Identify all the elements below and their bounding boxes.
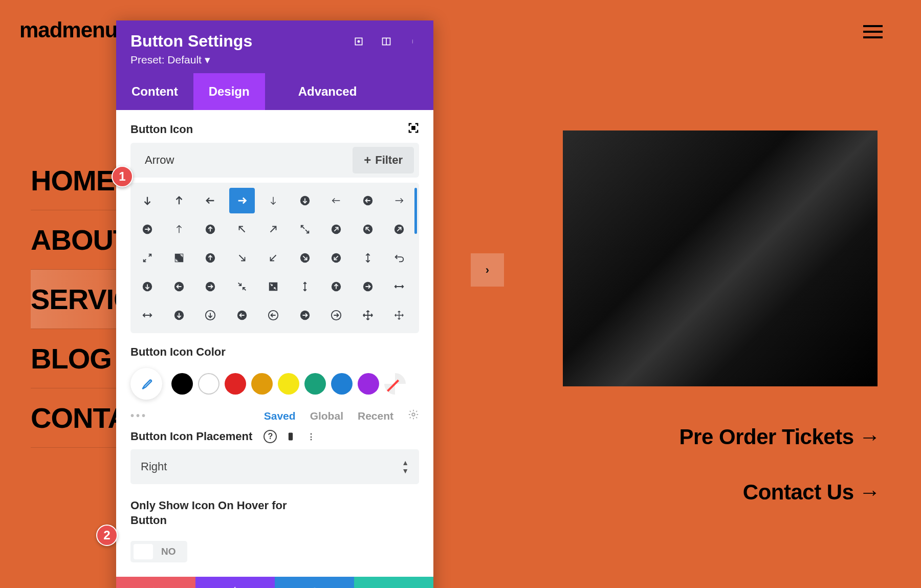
icon-arrow-up-thin[interactable] — [166, 216, 192, 242]
color-swatch-3[interactable] — [251, 373, 273, 395]
icon-arrow-down-circle-3[interactable] — [166, 302, 192, 328]
icon-arrow-right-circle-4[interactable] — [292, 302, 318, 328]
expand-icon[interactable] — [354, 36, 364, 47]
eyedropper-button[interactable] — [130, 368, 162, 400]
icon-arrow-right-circle-outline[interactable] — [323, 302, 349, 328]
svg-rect-7 — [412, 126, 415, 129]
color-tab-saved[interactable]: Saved — [264, 410, 296, 422]
icon-arrow-left-circle-2[interactable] — [166, 274, 192, 299]
icon-arrow-sw-circle[interactable] — [323, 245, 349, 271]
svg-point-31 — [412, 413, 415, 416]
save-button[interactable]: ✔ — [354, 577, 433, 588]
hover-toggle[interactable]: NO — [130, 541, 187, 562]
icon-arrows-expand[interactable] — [292, 216, 318, 242]
arrow-right-icon: → — [859, 480, 881, 505]
color-tab-recent[interactable]: Recent — [358, 410, 393, 422]
icon-undo[interactable] — [386, 245, 412, 271]
tab-design[interactable]: Design — [193, 73, 265, 110]
logo: madmenu — [19, 18, 117, 42]
icon-arrow-nw[interactable] — [229, 216, 255, 242]
icon-arrow-down-circle-2[interactable] — [135, 274, 160, 299]
cta-pre-order[interactable]: Pre Order Tickets→ — [679, 425, 880, 449]
icon-arrow-left-circle[interactable] — [355, 188, 381, 213]
icon-expand-square[interactable] — [166, 245, 192, 271]
icon-arrow-se[interactable] — [229, 245, 255, 271]
color-swatch-1[interactable] — [198, 373, 220, 395]
icon-move[interactable] — [355, 302, 381, 328]
color-tab-global[interactable]: Global — [310, 410, 343, 422]
annotation-badge-1: 1 — [112, 166, 133, 187]
tab-advanced[interactable]: Advanced — [283, 73, 372, 110]
icon-compress[interactable] — [229, 274, 255, 299]
icon-arrow-right-selected[interactable] — [229, 188, 255, 213]
panel-tabs: Content Design Advanced — [116, 73, 433, 110]
icon-move-outline[interactable] — [386, 302, 412, 328]
help-icon[interactable]: ? — [264, 430, 277, 443]
cta-pre-order-label: Pre Order Tickets — [679, 425, 854, 449]
icon-arrow-left[interactable] — [198, 188, 223, 213]
icon-arrow-up-circle-2[interactable] — [198, 245, 223, 271]
icon-arrow-right-circle[interactable] — [135, 216, 160, 242]
icon-arrow-right-circle-3[interactable] — [355, 274, 381, 299]
icon-arrow-ne[interactable] — [260, 216, 286, 242]
icon-arrow-right-circle-2[interactable] — [198, 274, 223, 299]
icon-arrow-down-thin[interactable] — [260, 188, 286, 213]
icon-search-input[interactable] — [136, 148, 353, 172]
section-button-icon-label: Button Icon — [130, 123, 193, 136]
icon-arrow-nw-circle[interactable] — [355, 216, 381, 242]
icon-arrow-up[interactable] — [166, 188, 192, 213]
color-swatch-4[interactable] — [278, 373, 299, 395]
placement-select[interactable]: Right ▲▼ — [130, 449, 419, 484]
icon-arrow-down-circle[interactable] — [292, 188, 318, 213]
undo-button[interactable] — [195, 577, 275, 588]
more-colors-icon[interactable]: ••• — [130, 410, 147, 422]
more-icon[interactable] — [409, 36, 419, 47]
hover-toggle-label: NO — [153, 546, 184, 557]
hamburger-menu-icon[interactable] — [863, 21, 883, 42]
icon-picker-grid — [130, 183, 419, 333]
icon-arrows-h-2[interactable] — [135, 302, 160, 328]
cta-contact[interactable]: Contact Us→ — [743, 480, 880, 505]
icon-arrow-left-circle-outline[interactable] — [260, 302, 286, 328]
filter-button-label: Filter — [375, 154, 403, 167]
svg-point-5 — [412, 41, 413, 41]
icon-arrows-v-2[interactable] — [292, 274, 318, 299]
color-swatch-2[interactable] — [225, 373, 246, 395]
cta-contact-label: Contact Us — [743, 480, 854, 504]
submenu-arrow-button[interactable]: › — [471, 253, 504, 287]
icon-arrow-sw[interactable] — [260, 245, 286, 271]
redo-button[interactable] — [275, 577, 354, 588]
color-swatch-5[interactable] — [304, 373, 326, 395]
color-swatch-7[interactable] — [358, 373, 379, 395]
color-swatch-none[interactable] — [384, 373, 406, 395]
icon-arrow-right-thin[interactable] — [386, 188, 412, 213]
icon-arrow-ne-circle[interactable] — [323, 216, 349, 242]
section-button-icon-color-label: Button Icon Color — [130, 345, 226, 359]
tab-content[interactable]: Content — [116, 73, 193, 110]
gear-icon[interactable] — [408, 409, 419, 423]
cancel-button[interactable]: ✖ — [116, 577, 195, 588]
color-swatch-6[interactable] — [331, 373, 353, 395]
columns-icon[interactable] — [381, 36, 391, 47]
responsive-icon[interactable] — [284, 430, 297, 443]
icon-expand-outward[interactable] — [135, 245, 160, 271]
panel-title: Button Settings — [130, 32, 252, 51]
filter-button[interactable]: +Filter — [353, 147, 414, 173]
icon-arrow-down[interactable] — [135, 188, 160, 213]
icon-arrows-h[interactable] — [386, 274, 412, 299]
icon-arrow-left-thin[interactable] — [323, 188, 349, 213]
icon-arrow-se-circle[interactable] — [292, 245, 318, 271]
icon-arrow-up-circle[interactable] — [198, 216, 223, 242]
color-swatch-0[interactable] — [171, 373, 193, 395]
icon-compress-square[interactable] — [260, 274, 286, 299]
svg-point-4 — [412, 39, 413, 40]
focus-icon[interactable] — [408, 122, 419, 137]
more-vertical-icon[interactable]: ⋮ — [304, 430, 318, 443]
icon-arrow-left-circle-3[interactable] — [229, 302, 255, 328]
icon-arrows-v[interactable] — [355, 245, 381, 271]
icon-arrow-ne-circle-solid[interactable] — [386, 216, 412, 242]
icon-arrow-up-circle-3[interactable] — [323, 274, 349, 299]
icon-arrow-down-circle-outline[interactable] — [198, 302, 223, 328]
preset-dropdown[interactable]: Preset: Default ▾ — [130, 54, 419, 66]
icon-grid-scrollbar[interactable] — [414, 188, 417, 234]
